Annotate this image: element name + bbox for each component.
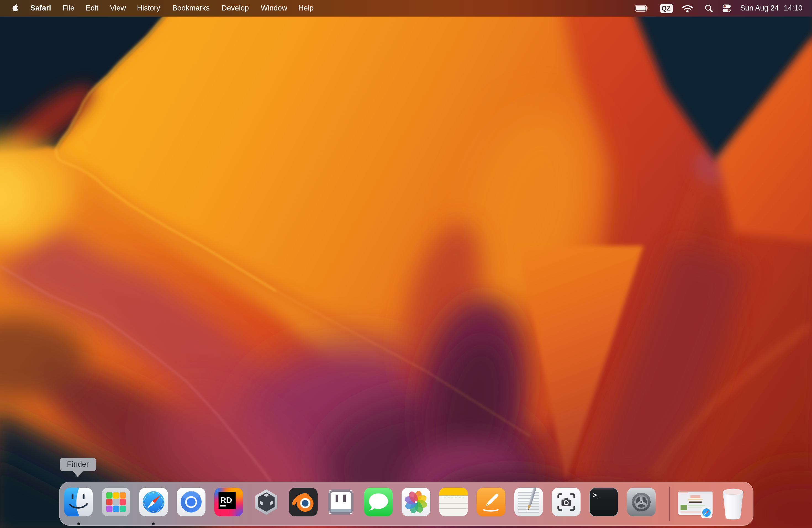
svg-text:>_: >_	[593, 492, 600, 499]
svg-text:RD: RD	[220, 495, 232, 504]
